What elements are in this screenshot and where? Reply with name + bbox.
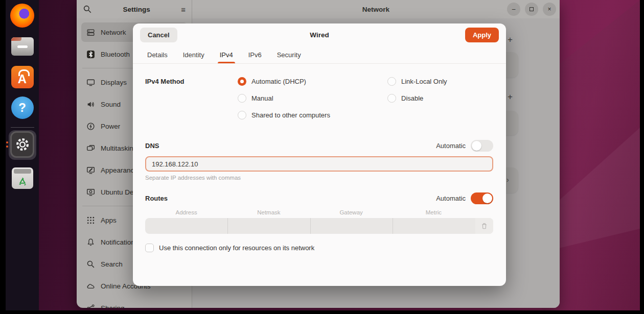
routes-automatic-wrap: Automatic [436, 192, 493, 204]
add-wired-connection-button[interactable]: + [508, 35, 513, 45]
hamburger-menu-icon[interactable]: ≡ [181, 6, 186, 13]
firefox-icon [10, 4, 34, 28]
tab-identity[interactable]: Identity [183, 46, 204, 63]
displays-icon [86, 78, 95, 87]
dns-input[interactable] [145, 156, 493, 172]
routes-label: Routes [145, 195, 168, 202]
radio-button-icon [238, 94, 246, 103]
close-icon: × [547, 6, 551, 13]
maximize-button[interactable] [525, 3, 538, 16]
radio-button-icon [238, 111, 246, 119]
cancel-button[interactable]: Cancel [140, 28, 177, 42]
appearance-icon [86, 166, 95, 175]
apply-button[interactable]: Apply [465, 28, 499, 42]
radio-automatic-dhcp-[interactable]: Automatic (DHCP) [238, 76, 387, 87]
routes-header-row: Routes Automatic [145, 192, 493, 204]
settings-gear-icon [10, 132, 34, 156]
chevron-right-icon: › [507, 176, 509, 184]
network-icon [86, 28, 95, 37]
dns-automatic-wrap: Automatic [436, 140, 493, 152]
ubuntu-software-icon: A [10, 65, 34, 89]
help-icon: ? [10, 95, 34, 119]
radio-button-icon [238, 77, 246, 86]
route-metric-field[interactable] [393, 218, 475, 234]
add-vpn-button[interactable]: + [508, 92, 513, 102]
restrict-checkbox-label: Use this connection only for resources o… [159, 244, 314, 252]
dns-header-row: DNS Automatic [145, 140, 493, 152]
dock-item-trash[interactable] [6, 166, 39, 190]
close-button[interactable]: × [543, 3, 556, 16]
dock-item-firefox[interactable] [6, 4, 39, 28]
sound-icon [86, 100, 95, 109]
radio-manual[interactable]: Manual [238, 93, 387, 104]
tab-security[interactable]: Security [277, 46, 301, 63]
trash-icon [10, 166, 34, 190]
routes-column-headers: AddressNetmaskGatewayMetric [145, 209, 493, 215]
ipv4-method-label: IPv4 Method [145, 76, 238, 127]
dialog-body: IPv4 Method Automatic (DHCP) Manual Shar… [133, 64, 506, 252]
restrict-connection-row[interactable]: Use this connection only for resources o… [145, 244, 493, 252]
dock-separator [11, 127, 34, 128]
ubuntu-dock: A ? [6, 0, 39, 310]
radio-link-local-only[interactable]: Link-Local Only [387, 76, 493, 87]
files-icon [10, 34, 34, 58]
sidebar-headerbar: Settings ≡ [77, 0, 192, 18]
route-col-netmask: Netmask [227, 209, 310, 215]
minimize-icon: – [512, 6, 516, 13]
dns-automatic-switch[interactable] [471, 140, 493, 152]
routes-automatic-switch[interactable] [471, 192, 493, 204]
page-title: Network [192, 6, 560, 13]
route-col-address: Address [145, 209, 227, 215]
dock-item-settings[interactable] [6, 132, 39, 156]
routes-automatic-label: Automatic [436, 195, 466, 202]
dns-label: DNS [145, 142, 159, 150]
radio-button-icon [387, 94, 396, 103]
radio-shared-to-other-computers[interactable]: Shared to other computers [238, 110, 387, 120]
search-icon [86, 260, 95, 269]
trash-icon [480, 222, 488, 230]
dialog-title: Wired [133, 31, 506, 39]
multitasking-icon [86, 144, 95, 153]
online-accounts-icon [86, 282, 95, 291]
route-address-field[interactable] [145, 218, 228, 234]
dock-item-ubuntu-software[interactable]: A [6, 65, 39, 89]
power-icon [86, 122, 95, 131]
dns-helper-text: Separate IP addresses with commas [145, 175, 493, 181]
window-controls: – × [507, 3, 560, 16]
maximize-icon [530, 7, 534, 11]
dock-item-help[interactable]: ? [6, 95, 39, 119]
sharing-icon [86, 304, 95, 308]
route-netmask-field[interactable] [228, 218, 311, 234]
radio-button-icon [387, 77, 396, 86]
bluetooth-icon [86, 50, 95, 59]
tab-ipv6[interactable]: IPv6 [248, 46, 262, 63]
route-delete-button[interactable] [475, 218, 493, 234]
search-icon[interactable] [83, 5, 92, 14]
ubuntu-desktop-icon [86, 188, 95, 197]
apps-icon [86, 216, 95, 225]
wired-settings-dialog: Cancel Wired Apply DetailsIdentityIPv4IP… [133, 23, 506, 286]
dialog-tabs: DetailsIdentityIPv4IPv6Security [133, 46, 506, 64]
app-title: Settings [92, 6, 181, 13]
minimize-button[interactable]: – [507, 3, 520, 16]
tab-details[interactable]: Details [147, 46, 168, 63]
route-gateway-field[interactable] [311, 218, 394, 234]
restrict-checkbox[interactable] [145, 244, 154, 252]
notifications-icon [86, 238, 95, 247]
sidebar-item-sharing[interactable]: Sharing [81, 298, 187, 308]
dialog-headerbar: Cancel Wired Apply [133, 23, 506, 46]
tab-ipv4[interactable]: IPv4 [220, 46, 233, 63]
radio-disable[interactable]: Disable [387, 93, 493, 104]
dns-automatic-label: Automatic [436, 142, 466, 150]
ipv4-method-section: IPv4 Method Automatic (DHCP) Manual Shar… [145, 76, 493, 127]
route-row [145, 218, 493, 234]
route-col-gateway: Gateway [310, 209, 393, 215]
route-col-metric: Metric [393, 209, 475, 215]
ipv4-method-column-2: Link-Local Only Disable [387, 76, 493, 127]
dock-item-files[interactable] [6, 34, 39, 58]
dock-running-dots [6, 141, 8, 148]
main-headerbar: Network – × [192, 0, 560, 18]
ipv4-method-column-1: Automatic (DHCP) Manual Shared to other … [238, 76, 387, 127]
